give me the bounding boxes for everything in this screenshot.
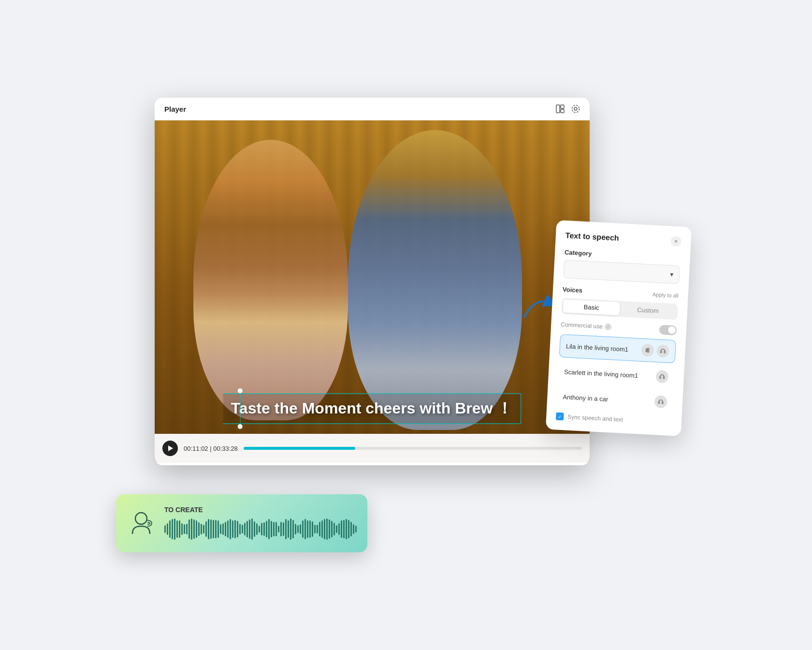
svg-rect-2 [561,109,564,113]
time-total: 00:33:28 [213,445,238,452]
waveform-bar [343,520,345,539]
waveform-bar [297,525,299,533]
svg-rect-1 [561,105,564,108]
waveform-bar [215,520,217,538]
waveform-bar [273,522,275,537]
person-right [348,130,522,430]
waveform-bar [261,523,262,535]
svg-rect-12 [664,351,666,353]
waveform-bar [249,519,250,539]
waveform-bar [218,520,219,538]
voice-item-2[interactable]: Anthony in a car [556,385,673,414]
layout-icon[interactable] [556,104,565,113]
scene-container: Player T [116,59,696,591]
waveform-bar [242,525,243,534]
waveform-bar [304,519,306,540]
settings-icon[interactable] [571,104,580,113]
voice-actions-2 [654,395,667,408]
voice-settings-0[interactable] [641,344,654,357]
svg-point-10 [647,351,649,353]
waveform-bar [346,519,347,539]
voice-play-2[interactable] [654,395,667,408]
headphone-icon-1 [659,374,666,380]
time-display: 00:11:02 | 00:33:28 [184,445,238,452]
waveform-bar [259,526,260,532]
voice-play-0[interactable] [656,344,669,357]
waveform-bar [331,521,333,537]
waveform-bar [302,520,304,538]
headphone-icon [660,348,666,355]
headphone-icon-2 [658,399,664,405]
tts-close-button[interactable]: × [670,236,682,247]
to-create-card: TO CREATE [116,494,367,552]
waveform-bar [312,521,313,536]
waveform-bar [193,519,195,539]
waveform-bar [230,519,231,539]
waveform-bar [268,519,270,540]
commercial-toggle[interactable] [659,325,677,335]
to-create-label: TO CREATE [164,506,358,514]
subtitle-overlay[interactable]: Taste the Moment cheers with Brew ！ [223,393,522,424]
apply-all-label[interactable]: Apply to all [652,291,679,298]
waveform-bar [278,526,279,532]
waveform-bar [191,518,192,540]
waveform-bar [353,524,354,534]
waveform-bar [280,522,282,536]
waveform-bar [201,524,202,534]
waveform-bar [329,519,330,538]
voice-play-1[interactable] [655,370,668,383]
play-icon [168,445,173,451]
player-icons [556,104,580,113]
waveform-bar [234,520,236,538]
subtitle-handle-top[interactable] [238,388,243,393]
waveform-bar [169,520,171,538]
svg-rect-14 [663,377,665,379]
waveform-bar [350,522,352,537]
tts-panel: Text to speech × Category ▾ Voices Apply… [546,220,692,436]
subtitle-line-left [240,393,241,424]
svg-point-8 [647,348,649,350]
waveform-bar [338,523,340,535]
voice-item-1[interactable]: Scarlett in the living room1 [558,360,675,388]
waveform-bar [307,520,308,538]
commercial-label: Commercial use i [561,321,611,330]
waveform-bar [179,520,180,538]
waveform-bar [334,523,335,536]
tab-custom[interactable]: Custom [619,302,676,318]
waveform-bar [348,520,349,539]
svg-rect-15 [658,402,660,404]
waveform-bar [222,523,224,535]
waveform-bar [184,524,185,533]
time-current: 00:11:02 [184,445,208,452]
subtitle-handle-bottom[interactable] [238,424,243,429]
waveform-bar [227,520,229,538]
tab-basic[interactable]: Basic [563,299,620,315]
voice-name-1: Scarlett in the living room1 [564,368,656,380]
voice-item-0[interactable]: Lila in the living room1 [559,334,676,363]
voices-label: Voices [563,286,583,294]
waveform-bar [181,523,183,535]
waveform-bar [326,518,328,540]
toggle-knob [668,326,676,334]
waveform-bar [246,521,248,537]
category-select[interactable]: ▾ [563,260,680,284]
tts-header: Text to speech × [565,230,682,247]
timeline-track[interactable] [244,447,582,450]
waveform-bar [290,518,291,540]
waveform-bar [317,525,318,533]
subtitle-text[interactable]: Taste the Moment cheers with Brew ！ [223,393,522,424]
info-icon: i [604,323,611,330]
to-create-content: TO CREATE [164,506,358,541]
waveform-bar [244,523,246,535]
sync-checkbox[interactable]: ✓ [556,412,564,420]
waveform-bar [336,525,337,532]
tts-title: Text to speech [565,231,619,243]
player-window: Player T [155,98,590,465]
waveform-bar [276,522,277,536]
waveform-bar [208,519,209,539]
play-button[interactable] [162,441,178,456]
waveform-bar [203,525,204,533]
waveform-bar [271,521,272,538]
waveform-bar [196,520,197,538]
voices-header: Voices Apply to all [563,286,679,299]
